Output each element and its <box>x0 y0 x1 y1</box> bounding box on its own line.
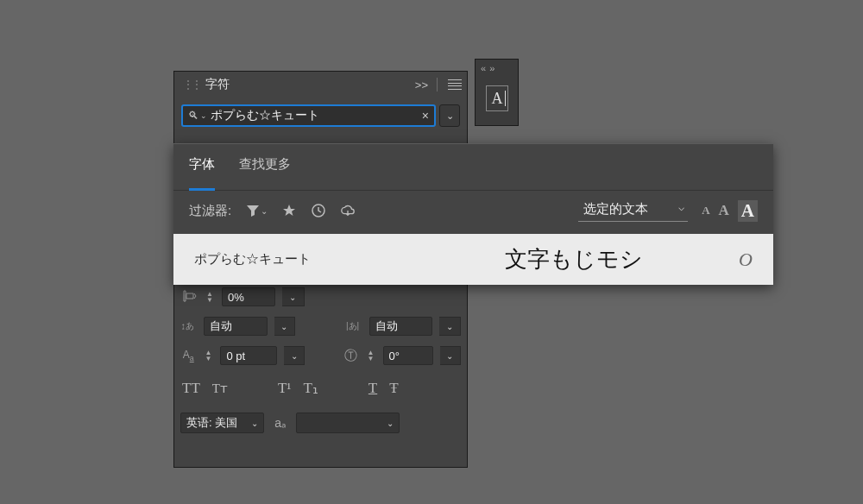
small-caps-button[interactable]: Tᴛ <box>212 381 228 396</box>
anti-alias-select[interactable]: ⌄ <box>296 413 400 433</box>
rotate-dropdown[interactable]: ⌄ <box>440 346 461 365</box>
panel-title: 字符 <box>205 77 230 92</box>
rotate-input[interactable]: 0° <box>383 346 433 365</box>
all-caps-button[interactable]: TT <box>182 380 200 397</box>
chevron-down-icon: ⌄ <box>387 419 394 428</box>
kerning-dropdown[interactable]: ⌄ <box>282 287 305 306</box>
docked-panel[interactable]: « » A <box>475 59 519 126</box>
dropdown-tabs: 字体 查找更多 <box>173 144 773 191</box>
font-search-row: 🔍︎ ⌄ ポプらむ☆キュート × ⌄ <box>181 104 460 127</box>
spinner[interactable]: ▲▼ <box>204 350 214 362</box>
language-row: 英语: 美国 ⌄ aₐ ⌄ <box>177 411 464 435</box>
font-dropdown-toggle[interactable]: ⌄ <box>439 104 460 127</box>
tab-find-more[interactable]: 查找更多 <box>239 156 291 181</box>
tracking-left-dropdown[interactable]: ⌄ <box>274 317 296 336</box>
search-value: ポプらむ☆キュート <box>211 108 420 123</box>
kerning-input[interactable]: 0% <box>222 287 275 306</box>
baseline-row: Aa ▲▼ 0 pt ⌄ Ⓣ ▲▼ 0° ⌄ <box>177 346 464 365</box>
filter-row: 过滤器: ⌄ 选定的文本 A A A <box>173 191 773 234</box>
vert-scale-icon <box>180 290 198 305</box>
separator <box>437 78 438 91</box>
chevron-down-icon[interactable]: ⌄ <box>200 111 207 120</box>
dock-header[interactable]: « » <box>476 60 518 77</box>
font-list-item[interactable]: ポプらむ☆キュート 文字もじモシ O <box>173 234 773 285</box>
font-dropdown-popup: 字体 查找更多 过滤器: ⌄ 选定的文本 A A A ポプらむ☆キュート 文字も… <box>173 143 773 285</box>
tracking-right-input[interactable]: 自动 <box>369 317 432 336</box>
chevron-down-icon: ⌄ <box>251 419 258 428</box>
spinner[interactable]: ▲▼ <box>366 350 376 362</box>
search-icon: 🔍︎ <box>188 110 198 122</box>
svg-text:|あ|: |あ| <box>346 321 359 331</box>
preview-text-select[interactable]: 选定的文本 <box>578 199 688 222</box>
kerning-row: ▲▼ 0% ⌄ <box>177 287 464 306</box>
baseline-dropdown[interactable]: ⌄ <box>284 346 305 365</box>
font-search-input[interactable]: 🔍︎ ⌄ ポプらむ☆キュート × <box>181 104 436 127</box>
superscript-button[interactable]: T¹ <box>278 380 291 397</box>
tracking-left-icon: ↨あ <box>180 319 197 334</box>
recent-icon[interactable] <box>311 203 326 218</box>
baseline-shift-icon: Aa <box>180 349 197 362</box>
type-style-row: TT Tᴛ T¹ T₁ T Ŧ <box>177 375 464 400</box>
filter-label: 过滤器: <box>189 203 231 219</box>
tracking-left-input[interactable]: 自动 <box>204 317 267 336</box>
font-item-sample: 文字もじモシ <box>505 244 739 274</box>
tracking-row: ↨あ 自动 ⌄ |あ| 自动 ⌄ <box>177 317 464 336</box>
character-panel-icon[interactable]: A <box>486 85 508 111</box>
favorites-icon[interactable] <box>281 203 297 218</box>
filter-icon[interactable]: ⌄ <box>245 203 268 218</box>
menu-icon[interactable] <box>448 79 462 90</box>
baseline-input[interactable]: 0 pt <box>220 346 277 365</box>
subscript-button[interactable]: T₁ <box>303 379 318 397</box>
cloud-icon[interactable] <box>340 203 356 218</box>
language-select[interactable]: 英语: 美国 ⌄ <box>180 413 264 433</box>
rotate-icon: Ⓣ <box>343 348 359 364</box>
preview-size-toggle: A A A <box>702 200 758 222</box>
font-type-icon: O <box>739 249 753 271</box>
language-value: 英语: 美国 <box>186 415 237 431</box>
preview-size-small[interactable]: A <box>702 204 709 217</box>
tracking-right-dropdown[interactable]: ⌄ <box>439 317 461 336</box>
preview-size-large[interactable]: A <box>738 200 758 222</box>
spinner[interactable]: ▲▼ <box>205 292 215 303</box>
panel-titlebar[interactable]: ⋮⋮ 字符 >> <box>174 72 467 98</box>
underline-button[interactable]: T <box>369 380 377 397</box>
character-controls: ▲▼ 0% ⌄ ↨あ 自动 ⌄ |あ| 自动 ⌄ Aa ▲▼ 0 pt ⌄ Ⓣ … <box>177 287 464 435</box>
collapse-button[interactable]: >> <box>412 79 432 91</box>
dock-collapse-left[interactable]: « <box>481 63 486 73</box>
anti-alias-label: aₐ <box>274 416 286 430</box>
tab-fonts[interactable]: 字体 <box>189 156 215 191</box>
dock-collapse-right[interactable]: » <box>489 63 494 73</box>
clear-icon[interactable]: × <box>420 109 431 123</box>
preview-size-medium[interactable]: A <box>719 202 729 219</box>
grip-icon: ⋮⋮ <box>183 79 200 91</box>
svg-text:↨あ: ↨あ <box>181 321 194 331</box>
strikethrough-button[interactable]: Ŧ <box>389 380 398 397</box>
font-item-name: ポプらむ☆キュート <box>194 251 505 268</box>
tracking-right-icon: |あ| <box>346 319 362 334</box>
